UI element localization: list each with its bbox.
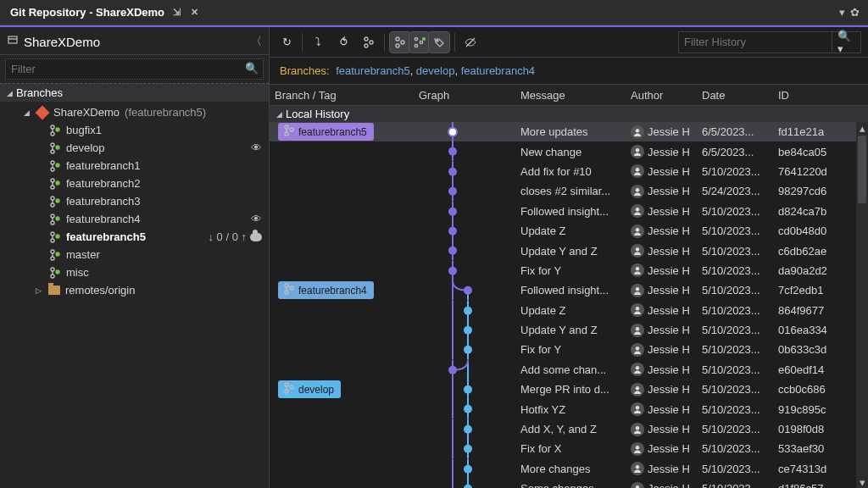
branch-link-develop[interactable]: develop — [416, 64, 455, 77]
branch-row-featurebranch1[interactable]: featurebranch1 — [0, 157, 269, 175]
search-icon[interactable]: 🔍 — [245, 62, 259, 75]
svg-point-7 — [51, 150, 54, 153]
cloud-icon — [250, 233, 262, 241]
search-icon[interactable]: 🔍▾ — [832, 32, 860, 53]
branch-link-featurebranch4[interactable]: featurebranch4 — [461, 64, 535, 77]
svg-point-19 — [51, 203, 54, 207]
avatar-icon — [631, 383, 644, 396]
fetch-button[interactable]: ⤵ — [308, 32, 328, 53]
svg-point-79 — [285, 291, 288, 294]
col-branch-tag[interactable]: Branch / Tag — [275, 89, 419, 102]
remotes-row[interactable]: ▷ remotes/origin — [0, 281, 269, 299]
svg-point-97 — [636, 347, 639, 350]
graph-cell — [419, 399, 520, 419]
gear-icon[interactable]: ✿ — [850, 6, 860, 19]
commit-id: d824ca7b — [778, 205, 846, 218]
commit-date: 5/10/2023... — [702, 463, 778, 475]
graph-mode-1-button[interactable] — [390, 32, 410, 53]
commit-row[interactable]: featurebranch5More updatesJessie H6/5/20… — [270, 122, 868, 141]
branch-chip[interactable]: featurebranch4 — [278, 281, 374, 299]
pull-button[interactable]: ⥀ — [333, 32, 353, 53]
commit-row[interactable]: Update ZJessie H5/10/2023...cd0b48d0 — [270, 221, 868, 241]
scroll-up-icon[interactable]: ▴ — [856, 122, 868, 134]
branch-row-featurebranch5[interactable]: featurebranch5↓ 0 / 0 ↑ — [0, 228, 269, 246]
svg-point-35 — [51, 274, 54, 278]
refresh-button[interactable]: ↻ — [276, 32, 297, 53]
scroll-down-icon[interactable]: ▾ — [856, 476, 868, 488]
commit-message: Update Y and Z — [520, 245, 631, 258]
commit-row[interactable]: Some changesJessie H5/10/2023...d1f86c57 — [270, 479, 868, 488]
branch-button[interactable] — [359, 32, 379, 53]
col-author[interactable]: Author — [631, 89, 702, 102]
branches-section-header[interactable]: Branches — [0, 83, 269, 102]
commit-row[interactable]: Fix for XJessie H5/10/2023...533aef30 — [270, 439, 868, 458]
avatar-icon — [631, 482, 644, 488]
branch-label: bugfix1 — [66, 124, 102, 136]
commit-row[interactable]: Update Y and ZJessie H5/10/2023...016ea3… — [270, 320, 868, 340]
commit-id: ccb0c686 — [778, 383, 846, 396]
hide-button[interactable] — [460, 32, 481, 53]
commit-row[interactable]: featurebranch4Followed insight...Jessie … — [270, 280, 868, 300]
commit-message: New change — [520, 146, 631, 158]
branch-row-master[interactable]: master — [0, 246, 269, 263]
collapse-icon[interactable]: 〈 — [251, 34, 262, 49]
branch-label: featurebranch1 — [66, 159, 140, 172]
branch-chip[interactable]: featurebranch5 — [278, 123, 374, 141]
graph-mode-2-button[interactable] — [409, 32, 430, 53]
dropdown-icon[interactable]: ▾ — [839, 6, 845, 19]
commit-row[interactable]: Fix for YJessie H5/10/2023...0b633c3d — [270, 340, 868, 359]
close-icon[interactable]: ✕ — [189, 5, 200, 19]
commit-row[interactable]: Hotfix YZJessie H5/10/2023...919c895c — [270, 399, 868, 419]
repo-root-row[interactable]: ◢ ShareXDemo (featurebranch5) — [0, 103, 269, 121]
commit-author: Jessie H — [631, 225, 702, 238]
commit-row[interactable]: More changesJessie H5/10/2023...ce74313d — [270, 459, 868, 479]
graph-cell — [419, 261, 520, 280]
commit-row[interactable]: Fix for YJessie H5/10/2023...da90a2d2 — [270, 261, 868, 280]
branch-link-featurebranch5[interactable]: featurebranch5 — [336, 64, 409, 77]
branch-row-featurebranch2[interactable]: featurebranch2 — [0, 175, 269, 192]
svg-point-59 — [636, 148, 639, 152]
svg-point-96 — [464, 346, 472, 354]
commit-row[interactable]: Update Y and ZJessie H5/10/2023...c6db62… — [270, 241, 868, 260]
history-grid[interactable]: featurebranch5More updatesJessie H6/5/20… — [270, 122, 868, 488]
commit-date: 5/10/2023... — [702, 343, 778, 356]
col-message[interactable]: Message — [520, 89, 631, 102]
tags-button[interactable] — [429, 32, 449, 53]
repo-sidebar: ShareXDemo 〈 🔍 Branches ◢ ShareXDemo (fe… — [0, 27, 270, 488]
avatar-icon — [631, 244, 644, 258]
commit-row[interactable]: Update ZJessie H5/10/2023...864f9677 — [270, 301, 868, 320]
commit-row[interactable]: Add some chan...Jessie H5/10/2023...e60e… — [270, 360, 868, 380]
pin-icon[interactable]: ⇲ — [171, 5, 182, 19]
col-graph[interactable]: Graph — [419, 89, 520, 102]
branch-row-develop[interactable]: develop👁 — [0, 139, 269, 157]
commit-row[interactable]: Add fix for #10Jessie H5/10/2023...76412… — [270, 162, 868, 181]
branch-chip[interactable]: develop — [278, 380, 341, 398]
commit-row[interactable]: closes #2 similar...Jessie H5/24/2023...… — [270, 181, 868, 201]
branch-row-featurebranch4[interactable]: featurebranch4👁 — [0, 210, 269, 228]
branch-row-bugfix1[interactable]: bugfix1 — [0, 121, 269, 139]
svg-point-113 — [636, 406, 639, 409]
svg-point-41 — [396, 37, 399, 41]
branch-row-featurebranch3[interactable]: featurebranch3 — [0, 192, 269, 210]
branch-filter-input[interactable] — [5, 58, 264, 80]
svg-point-14 — [51, 179, 54, 182]
commit-author: Jessie H — [631, 164, 702, 178]
svg-point-15 — [51, 186, 54, 189]
commit-row[interactable]: Add X, Y, and ZJessie H5/10/2023...0198f… — [270, 419, 868, 439]
col-date[interactable]: Date — [702, 89, 778, 102]
branch-label: featurebranch2 — [66, 177, 140, 190]
svg-point-8 — [56, 146, 59, 149]
scroll-thumb[interactable] — [858, 136, 866, 203]
commit-date: 5/10/2023... — [702, 482, 778, 488]
commit-row[interactable]: developMerge PR into d...Jessie H5/10/20… — [270, 380, 868, 399]
commit-author: Jessie H — [631, 185, 702, 198]
commit-date: 5/10/2023... — [702, 245, 778, 258]
filter-history-input[interactable] — [679, 36, 832, 48]
scrollbar[interactable]: ▴ ▾ — [856, 122, 868, 488]
col-id[interactable]: ID — [778, 89, 846, 102]
commit-row[interactable]: Followed insight...Jessie H5/10/2023...d… — [270, 202, 868, 221]
branch-row-misc[interactable]: misc — [0, 263, 269, 281]
commit-row[interactable]: New changeJessie H6/5/2023...be84ca05 — [270, 141, 868, 161]
svg-point-18 — [51, 197, 54, 200]
local-history-section[interactable]: Local History — [270, 106, 868, 122]
